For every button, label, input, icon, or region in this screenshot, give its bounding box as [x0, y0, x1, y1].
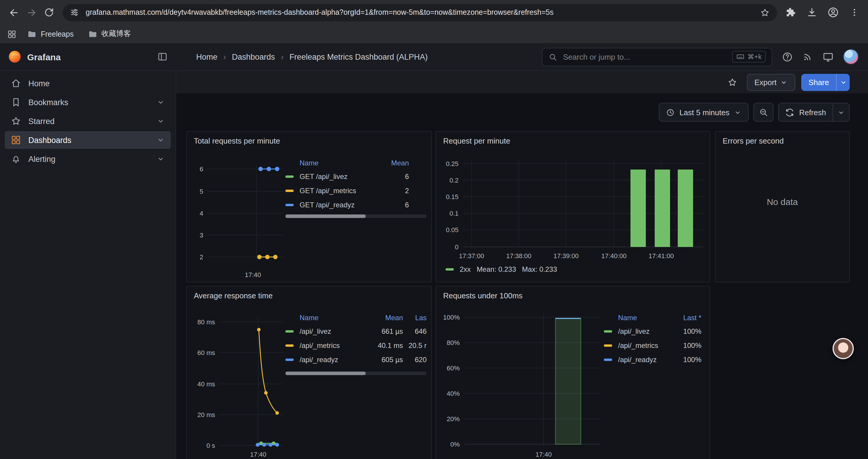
browser-window: Freeleaps 收藏博客 Grafana Home › Dashboards…	[0, 0, 868, 459]
breadcrumb-separator: ›	[223, 52, 226, 61]
legend-header: Name Mean Las	[285, 311, 427, 324]
panel-requests-under-100ms[interactable]: Requests under 100ms 100% 80%	[435, 286, 710, 459]
brand-area: Grafana	[0, 50, 176, 63]
help-icon[interactable]	[782, 51, 793, 62]
site-settings-icon[interactable]	[70, 8, 79, 17]
url-bar[interactable]	[63, 4, 777, 21]
share-menu-caret[interactable]	[836, 73, 850, 91]
y-tick: 0.2	[437, 176, 459, 184]
apps-grid-icon[interactable]	[7, 29, 17, 39]
y-tick: 40 ms	[188, 380, 215, 388]
y-tick: 20 ms	[188, 411, 215, 419]
legend: 2xx Mean: 0.233 Max: 0.233	[445, 265, 557, 273]
series-color-swatch	[285, 330, 294, 333]
rss-icon[interactable]	[802, 52, 813, 62]
extensions-icon[interactable]	[782, 4, 800, 21]
time-controls: Last 5 minutes	[659, 103, 850, 122]
reload-icon[interactable]	[40, 4, 58, 21]
bookmark-item-freeleaps[interactable]: Freeleaps	[24, 28, 77, 40]
legend-row[interactable]: GET /api/_livez 6	[285, 169, 427, 184]
series-color-swatch	[285, 359, 294, 361]
user-avatar[interactable]	[843, 49, 859, 64]
refresh-split-button: Refresh	[778, 103, 850, 122]
panel-title[interactable]: Total requests per minute	[187, 132, 431, 145]
col-last-header[interactable]: Last *	[673, 314, 701, 322]
col-name-header[interactable]: Name	[300, 314, 366, 322]
bookmark-page-star-icon[interactable]	[760, 7, 770, 18]
series-color-swatch	[604, 359, 612, 361]
profile-icon[interactable]	[824, 4, 842, 21]
search-icon	[548, 52, 557, 61]
time-range-picker[interactable]: Last 5 minutes	[659, 103, 749, 122]
legend-row[interactable]: /api/_metrics 40.1 ms 20.5 r	[285, 338, 427, 353]
grafana-header: Grafana Home › Dashboards › Freeleaps Me…	[0, 43, 868, 71]
legend-row[interactable]: /api/_readyz 100%	[604, 353, 701, 367]
panel-title[interactable]: Requests under 100ms	[436, 287, 710, 300]
chevron-down-icon[interactable]	[157, 98, 165, 106]
series-color-swatch	[445, 268, 454, 270]
legend-header: Name Last *	[604, 311, 701, 324]
dashboard-canvas: Last 5 minutes	[176, 93, 868, 459]
sidebar-item-starred[interactable]: Starred	[5, 112, 171, 130]
floating-avatar[interactable]	[833, 338, 854, 359]
export-button[interactable]: Export	[747, 73, 795, 91]
star-icon	[11, 116, 21, 126]
share-button[interactable]: Share	[802, 73, 836, 91]
panel-total-requests-per-minute[interactable]: Total requests per minute	[186, 131, 432, 282]
sidebar-item-bookmarks[interactable]: Bookmarks	[5, 93, 171, 111]
zoom-out-button[interactable]	[754, 103, 774, 122]
chevron-down-icon[interactable]	[157, 136, 165, 144]
series-color-swatch	[285, 190, 294, 192]
legend-series-name[interactable]: 2xx	[460, 265, 471, 273]
panel-title[interactable]: Average response time	[187, 287, 431, 300]
legend-row[interactable]: /api/_livez 100%	[604, 324, 701, 338]
bookmark-icon	[11, 97, 21, 107]
y-tick: 60 ms	[188, 349, 215, 357]
col-mean-header[interactable]: Mean	[376, 159, 409, 167]
legend-scrollbar[interactable]	[285, 215, 427, 218]
monitor-icon[interactable]	[823, 51, 834, 62]
chevron-down-icon[interactable]	[157, 117, 165, 125]
refresh-button[interactable]: Refresh	[779, 103, 833, 121]
legend-row[interactable]: /api/_readyz 605 µs 620	[285, 353, 427, 367]
panel-errors-per-second[interactable]: Errors per second No data	[715, 131, 850, 282]
col-name-header[interactable]: Name	[618, 314, 673, 322]
legend-scrollbar[interactable]	[285, 371, 427, 375]
bell-icon	[11, 154, 21, 164]
col-last-header[interactable]: Las	[403, 314, 427, 322]
menu-kebab-icon[interactable]	[845, 4, 863, 21]
favorite-star-icon[interactable]	[724, 74, 741, 90]
bookmark-item-blogs[interactable]: 收藏博客	[84, 28, 134, 40]
panel-request-per-minute[interactable]: Request per minute	[435, 131, 710, 282]
back-icon[interactable]	[5, 4, 23, 21]
legend-header: Name Mean	[285, 157, 427, 169]
url-input[interactable]	[85, 8, 754, 17]
breadcrumb-dashboards[interactable]: Dashboards	[232, 52, 275, 61]
legend-row[interactable]: /api/_livez 661 µs 646	[285, 324, 427, 338]
y-tick: 0.15	[437, 193, 459, 201]
sidebar-toggle-icon[interactable]	[157, 52, 168, 62]
sidebar-item-alerting[interactable]: Alerting	[5, 150, 171, 168]
legend-table: Name Mean Las /api/_livez 661 µs 646	[285, 311, 427, 367]
panel-average-response-time[interactable]: Average response time	[186, 286, 432, 459]
legend-row[interactable]: /api/_metrics 100%	[604, 338, 701, 353]
search-input[interactable]	[562, 52, 727, 62]
sidebar-item-dashboards[interactable]: Dashboards	[5, 131, 171, 149]
search-box[interactable]: ⌘+k	[542, 47, 772, 66]
panel-title[interactable]: Request per minute	[436, 132, 710, 145]
panel-title[interactable]: Errors per second	[716, 132, 849, 145]
forward-icon[interactable]	[23, 4, 40, 21]
refresh-interval-caret[interactable]	[833, 103, 849, 121]
col-mean-header[interactable]: Mean	[366, 314, 403, 322]
legend-row[interactable]: GET /api/_readyz 6	[285, 198, 427, 212]
grafana-logo-icon[interactable]	[8, 50, 21, 63]
col-name-header[interactable]: Name	[300, 159, 376, 167]
keyboard-icon	[736, 53, 745, 61]
series-color-swatch	[285, 345, 294, 347]
downloads-icon[interactable]	[803, 4, 821, 21]
legend-row[interactable]: GET /api/_metrics 2	[285, 184, 427, 198]
x-tick: 17:41:00	[640, 252, 682, 260]
sidebar-item-home[interactable]: Home	[5, 74, 171, 92]
breadcrumb-home[interactable]: Home	[196, 52, 217, 61]
chevron-down-icon[interactable]	[157, 155, 165, 163]
